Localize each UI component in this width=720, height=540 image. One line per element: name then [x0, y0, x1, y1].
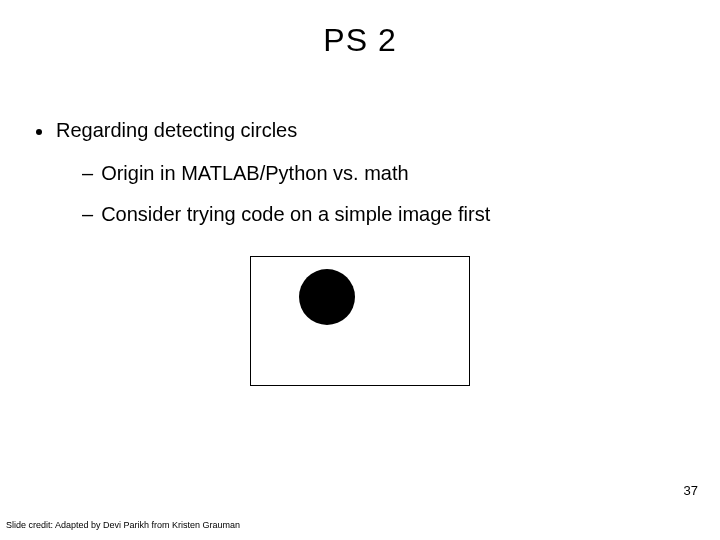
bullet-dash-icon: –: [82, 203, 93, 226]
bullet-text: Regarding detecting circles: [56, 119, 297, 142]
circle-icon: [299, 269, 355, 325]
bullet-level1: Regarding detecting circles: [30, 119, 690, 142]
bullet-text: Consider trying code on a simple image f…: [101, 203, 490, 226]
bullet-dot-icon: [36, 129, 42, 135]
slide-title: PS 2: [0, 0, 720, 59]
bullet-dash-icon: –: [82, 162, 93, 185]
slide-content: Regarding detecting circles – Origin in …: [0, 59, 720, 386]
slide-credit: Slide credit: Adapted by Devi Parikh fro…: [6, 520, 240, 530]
example-image-box: [250, 256, 470, 386]
bullet-text: Origin in MATLAB/Python vs. math: [101, 162, 409, 185]
bullet-level2: – Origin in MATLAB/Python vs. math: [82, 162, 690, 185]
bullet-level2: – Consider trying code on a simple image…: [82, 203, 690, 226]
page-number: 37: [684, 483, 698, 498]
